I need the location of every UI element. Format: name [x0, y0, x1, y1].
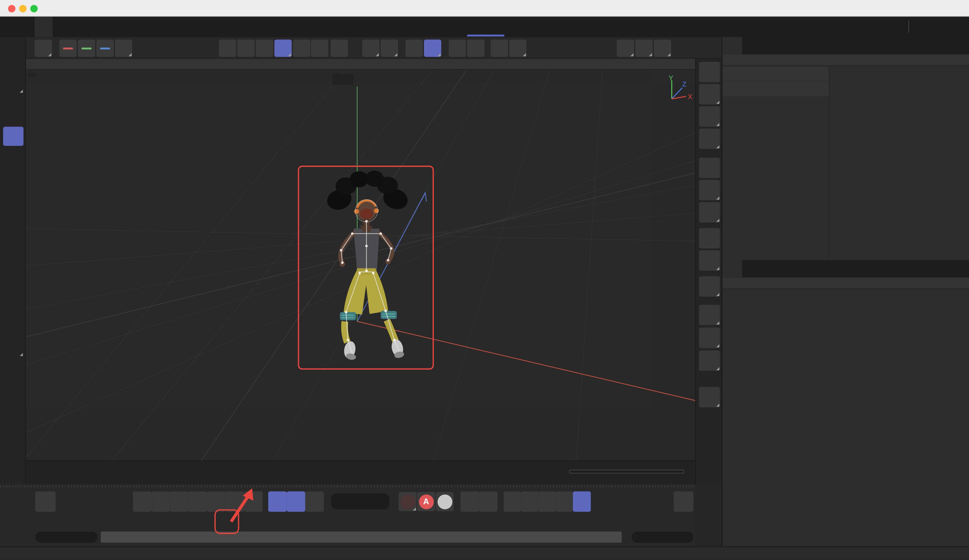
- tab-objects[interactable]: [723, 37, 743, 55]
- attr-filter-icon[interactable]: [937, 279, 947, 289]
- sketch-pen-icon[interactable]: [3, 267, 23, 286]
- snap-icon[interactable]: [362, 40, 380, 57]
- om-filter-icon[interactable]: [962, 56, 969, 66]
- snap-move-tool-icon[interactable]: [3, 219, 23, 238]
- key-position-toggle[interactable]: [504, 492, 521, 512]
- tab-attributes[interactable]: [723, 260, 743, 278]
- tweak-mode-icon[interactable]: [3, 96, 23, 116]
- redo-icon[interactable]: [18, 20, 28, 30]
- move-tool-icon[interactable]: [3, 127, 23, 146]
- orbit-icon[interactable]: [671, 59, 681, 70]
- render-view-icon[interactable]: [617, 40, 634, 57]
- prev-frame-button[interactable]: [170, 492, 188, 512]
- polygon-pen-icon[interactable]: [3, 288, 23, 307]
- grid-icon[interactable]: [405, 40, 423, 57]
- live-selection-icon[interactable]: [3, 74, 23, 93]
- attr-menu-icon[interactable]: [728, 279, 738, 287]
- coordinate-system-icon[interactable]: [115, 40, 132, 57]
- keyframe-button[interactable]: [35, 492, 56, 512]
- polygons-mode-icon[interactable]: [293, 40, 310, 57]
- expand-icon[interactable]: [725, 85, 731, 92]
- attr-search-icon[interactable]: [924, 279, 934, 289]
- falloff-icon[interactable]: [449, 40, 466, 57]
- light-object-icon[interactable]: [699, 351, 720, 371]
- keying-settings-button[interactable]: [436, 492, 454, 511]
- interactive-render-icon[interactable]: [676, 40, 693, 57]
- camera-label[interactable]: [333, 74, 354, 85]
- axis-x-lock-button[interactable]: [59, 40, 77, 57]
- start-frame-field[interactable]: [35, 532, 98, 543]
- play-button[interactable]: [188, 492, 207, 512]
- brush-tool-icon[interactable]: [3, 315, 23, 334]
- model-mode-icon[interactable]: [274, 40, 291, 57]
- document-tab[interactable]: [35, 17, 53, 37]
- status-menu-icon[interactable]: [5, 550, 14, 557]
- motext-icon[interactable]: [699, 128, 720, 149]
- make-editable-icon[interactable]: [219, 40, 236, 57]
- effector-icon[interactable]: [699, 202, 720, 223]
- mouse-rotate-record-button[interactable]: [479, 492, 498, 512]
- goto-start-button[interactable]: [133, 492, 152, 512]
- zoom-updown-icon[interactable]: [658, 59, 668, 70]
- snap-settings-icon[interactable]: [381, 40, 398, 57]
- workplane-icon[interactable]: [331, 40, 348, 57]
- expand-icon[interactable]: [725, 70, 731, 77]
- sketch-spline-icon[interactable]: [3, 359, 23, 378]
- key-parameter-toggle[interactable]: [538, 492, 556, 512]
- quantize-icon[interactable]: [424, 40, 441, 57]
- fields-icon[interactable]: [699, 276, 720, 297]
- annotation-a-icon[interactable]: [509, 40, 526, 57]
- zoom-tool-icon[interactable]: [3, 46, 23, 65]
- line-cut-icon[interactable]: [3, 337, 23, 357]
- loop-playback-button[interactable]: [268, 492, 287, 512]
- attr-back-icon[interactable]: [884, 279, 894, 289]
- bend-deformer-icon[interactable]: [699, 228, 720, 249]
- attr-target-icon[interactable]: [962, 279, 969, 289]
- undo-icon[interactable]: [5, 20, 15, 30]
- tab-takes[interactable]: [758, 37, 778, 55]
- view-type-label[interactable]: [28, 74, 37, 77]
- sky-environment-icon[interactable]: [699, 305, 720, 325]
- axis-y-lock-button[interactable]: [78, 40, 95, 57]
- volume-builder-icon[interactable]: [699, 180, 720, 200]
- camera-icon[interactable]: [340, 75, 349, 83]
- minimize-window-button[interactable]: [19, 5, 27, 12]
- toggle-maximize-icon[interactable]: [684, 59, 695, 70]
- points-mode-icon[interactable]: [238, 40, 255, 57]
- cube-primitive-icon[interactable]: [699, 106, 720, 127]
- timeline-range-slider[interactable]: [101, 532, 622, 543]
- scale-tool-icon[interactable]: [3, 171, 23, 190]
- render-settings-icon[interactable]: [654, 40, 671, 57]
- key-rotation-toggle[interactable]: [521, 492, 538, 512]
- camera-object-icon[interactable]: [699, 328, 720, 348]
- enable-axis-icon[interactable]: [311, 40, 328, 57]
- subdivision-surface-icon[interactable]: [699, 158, 720, 178]
- om-menu-icon[interactable]: [728, 56, 738, 64]
- prev-key-button[interactable]: [152, 492, 170, 512]
- spline-arrow-icon[interactable]: [699, 62, 720, 82]
- render-picture-viewer-icon[interactable]: [635, 40, 653, 57]
- object-row-hips[interactable]: [723, 82, 829, 96]
- sound-toggle-button[interactable]: [305, 492, 324, 512]
- material-edit-icon[interactable]: [699, 387, 720, 407]
- key-filter-toggle[interactable]: [573, 492, 591, 512]
- viewport-menu-icon[interactable]: [31, 60, 40, 68]
- viewport-solo-icon[interactable]: [35, 40, 52, 57]
- zoom-window-button[interactable]: [30, 5, 38, 12]
- object-row-ch03[interactable]: [723, 66, 829, 81]
- axis-z-lock-button[interactable]: [97, 40, 114, 57]
- rotate-tool-icon[interactable]: [3, 149, 23, 168]
- edges-mode-icon[interactable]: [256, 40, 273, 57]
- om-home-icon[interactable]: [949, 56, 959, 66]
- show-fcurve-button[interactable]: [674, 492, 693, 512]
- close-window-button[interactable]: [8, 5, 15, 12]
- play-mode-button[interactable]: [287, 492, 305, 512]
- tab-layers[interactable]: [777, 260, 797, 278]
- mouse-record-button[interactable]: [461, 492, 479, 512]
- spline-primitive-icon[interactable]: [699, 84, 720, 105]
- modeling-axis-icon[interactable]: [699, 250, 720, 271]
- om-search-icon[interactable]: [936, 56, 946, 66]
- falloff-settings-icon[interactable]: [467, 40, 484, 57]
- autokey-button[interactable]: A: [417, 492, 435, 511]
- spline-pen-icon[interactable]: [3, 246, 23, 265]
